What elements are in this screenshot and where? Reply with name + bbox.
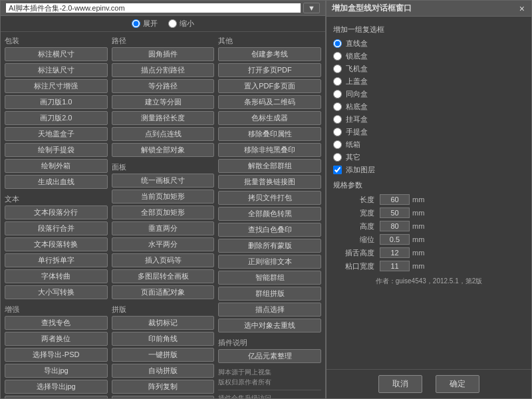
btn-other-17[interactable]: 选中对象去重线 [218,319,321,332]
btn-puzzle-1[interactable]: 印前角线 [112,332,215,346]
btn-text-1[interactable]: 段落行合并 [5,221,108,235]
btn-panel-0[interactable]: 统一画板尺寸 [112,174,215,188]
btn-enhance-4[interactable]: 选择导出jpg [5,380,108,394]
btn-other-7[interactable]: 解散全部群组 [218,159,321,173]
btn-other-6[interactable]: 移除非纯黑叠印 [218,143,321,157]
btn-text-2[interactable]: 文本段落转换 [5,237,108,251]
btn-enhance-1[interactable]: 两者换位 [5,332,108,346]
url-input[interactable] [6,3,301,13]
btn-plugin-0[interactable]: 亿品元素整理 [218,349,321,363]
btn-packaging-7[interactable]: 绘制外箱 [5,159,108,173]
btn-other-16[interactable]: 描点选择 [218,303,321,317]
btn-other-14[interactable]: 智能群组 [218,271,321,285]
btn-other-1[interactable]: 打开多页PDF [218,63,321,77]
btn-enhance-0[interactable]: 查找专色 [5,316,108,330]
radio-option-10[interactable] [333,153,342,162]
btn-packaging-5[interactable]: 天地盖盒子 [5,127,108,141]
option-5[interactable]: 同向盒 [333,89,525,99]
collapse-radio-group[interactable]: 缩小 [168,19,194,29]
btn-path-5[interactable]: 点到点连线 [112,127,215,141]
radio-option-1[interactable] [333,39,342,48]
param-glue-input[interactable] [380,261,410,271]
radio-option-5[interactable] [333,90,342,98]
btn-other-11[interactable]: 查找白色叠印 [218,223,321,237]
btn-panel-3[interactable]: 垂直两分 [112,221,215,235]
btn-other-3[interactable]: 条形码及二维码 [218,95,321,109]
btn-other-2[interactable]: 置入PDF多页面 [218,79,321,93]
param-height-input[interactable] [380,221,410,231]
option-7[interactable]: 挂耳盒 [333,114,525,124]
btn-other-4[interactable]: 色标生成器 [218,111,321,125]
option-4[interactable]: 上盖盒 [333,76,525,86]
option-2[interactable]: 锁底盒 [333,51,525,61]
collapse-radio[interactable] [168,19,177,28]
btn-panel-5[interactable]: 插入页码等 [112,253,215,267]
btn-packaging-3[interactable]: 画刀版1.0 [5,95,108,109]
btn-packaging-6[interactable]: 绘制手提袋 [5,143,108,157]
btn-puzzle-3[interactable]: 自动拼版 [112,364,215,378]
btn-puzzle-0[interactable]: 裁切标记 [112,316,215,330]
btn-panel-1[interactable]: 当前页加矩形 [112,190,215,203]
btn-other-0[interactable]: 创建参考线 [218,47,321,61]
param-width-input[interactable] [380,207,410,218]
btn-path-3[interactable]: 建立等分圆 [112,95,215,109]
btn-other-15[interactable]: 群组拼版 [218,287,321,301]
cancel-button[interactable]: 取消 [378,375,422,393]
param-tongue-row: 插舌高度 mm [333,247,525,258]
btn-path-0[interactable]: 圆角插件 [112,47,215,61]
btn-panel-7[interactable]: 页面适配对象 [112,285,215,299]
expand-radio-group[interactable]: 展开 [132,19,158,29]
btn-puzzle-5[interactable]: 标记线生成 [112,396,215,398]
btn-packaging-0[interactable]: 标注横尺寸 [5,47,108,61]
param-shrink-input[interactable] [380,234,410,245]
btn-other-9[interactable]: 拷贝文件打包 [218,191,321,205]
radio-option-7[interactable] [333,115,342,124]
btn-packaging-2[interactable]: 标注尺寸增强 [5,79,108,93]
btn-panel-4[interactable]: 水平两分 [112,237,215,251]
btn-enhance-3[interactable]: 导出jpg [5,364,108,378]
option-1[interactable]: 直线盒 [333,39,525,49]
radio-option-9[interactable] [333,140,342,149]
btn-packaging-4[interactable]: 画刀版2.0 [5,111,108,125]
btn-path-2[interactable]: 等分路径 [112,79,215,93]
btn-path-1[interactable]: 描点分割路径 [112,63,215,77]
btn-path-6[interactable]: 解锁全部对象 [112,143,215,157]
btn-text-4[interactable]: 字体转曲 [5,269,108,283]
btn-text-0[interactable]: 文本段落分行 [5,205,108,219]
btn-puzzle-2[interactable]: 一键拼版 [112,348,215,362]
btn-packaging-8[interactable]: 生成出血线 [5,175,108,189]
option-3[interactable]: 飞机盒 [333,64,525,74]
btn-other-12[interactable]: 删除所有蒙版 [218,239,321,253]
btn-panel-6[interactable]: 多图层转全画板 [112,269,215,283]
btn-enhance-5[interactable]: 选择增强 [5,396,108,398]
add-layer-checkbox[interactable] [333,166,342,174]
btn-packaging-1[interactable]: 标注纵尺寸 [5,63,108,77]
btn-panel-2[interactable]: 全部页加矩形 [112,205,215,219]
btn-text-3[interactable]: 单行拆单字 [5,253,108,267]
add-layer-checkbox-group[interactable]: 添加图层 [333,165,525,175]
url-button[interactable]: ▼ [303,3,320,13]
btn-puzzle-4[interactable]: 阵列复制 [112,380,215,394]
close-button[interactable]: × [518,3,526,14]
radio-option-4[interactable] [333,77,342,86]
param-length-input[interactable] [380,194,410,205]
btn-other-10[interactable]: 全部颜色转黑 [218,207,321,221]
option-6[interactable]: 粘底盒 [333,102,525,112]
param-tongue-label: 插舌高度 [333,248,380,258]
btn-other-5[interactable]: 移除叠印属性 [218,127,321,141]
expand-radio[interactable] [132,19,140,28]
option-8[interactable]: 手提盒 [333,127,525,137]
btn-other-8[interactable]: 批量普换链接图 [218,175,321,189]
radio-option-3[interactable] [333,65,342,73]
btn-other-13[interactable]: 正则缩排文本 [218,255,321,269]
btn-enhance-2[interactable]: 选择导出-PSD [5,348,108,362]
option-10[interactable]: 其它 [333,152,525,162]
btn-path-4[interactable]: 测量路径长度 [112,111,215,125]
radio-option-8[interactable] [333,128,342,136]
confirm-button[interactable]: 确定 [436,375,479,393]
option-9[interactable]: 纸箱 [333,140,525,150]
btn-text-5[interactable]: 大小写转换 [5,285,108,299]
radio-option-2[interactable] [333,52,342,61]
param-tongue-input[interactable] [380,247,410,258]
radio-option-6[interactable] [333,102,342,111]
